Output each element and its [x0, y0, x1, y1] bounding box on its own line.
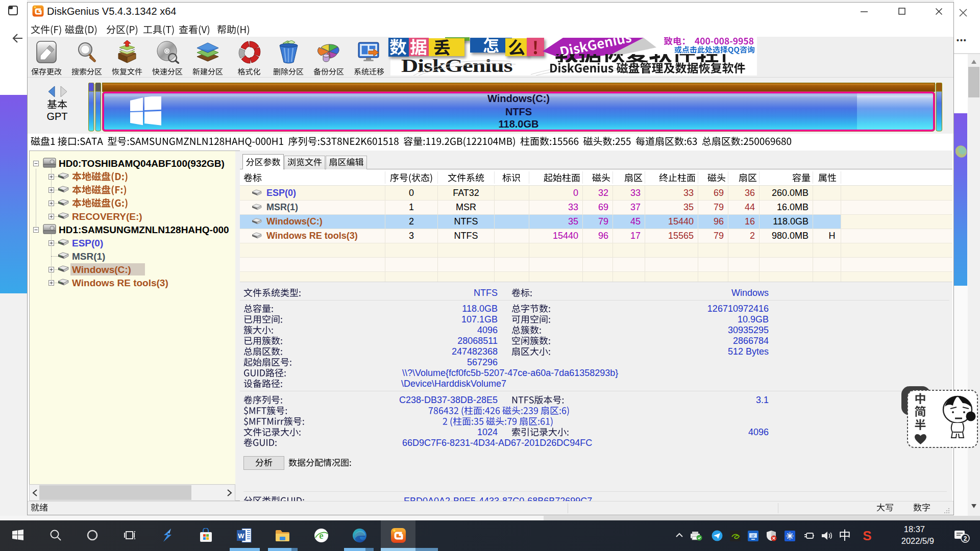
svg-text:i7: i7 [752, 534, 755, 538]
svg-text:e: e [319, 530, 323, 541]
svg-text:2: 2 [964, 535, 967, 542]
svg-text:W: W [238, 532, 244, 540]
svg-text:S: S [863, 529, 871, 542]
